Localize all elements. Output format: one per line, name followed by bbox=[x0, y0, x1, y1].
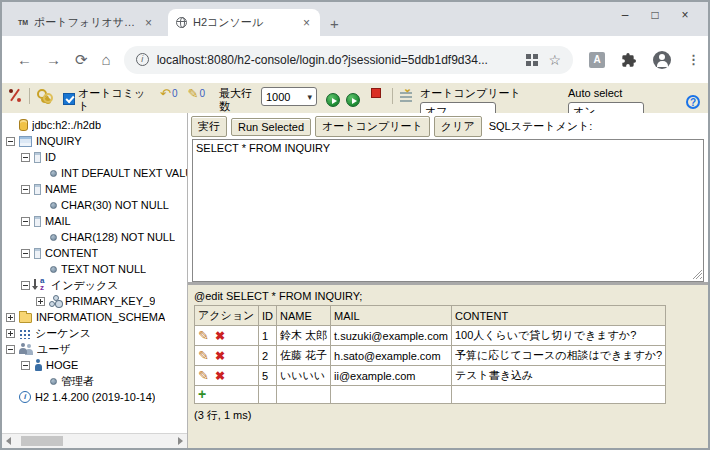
scroll-right-icon[interactable] bbox=[178, 437, 183, 445]
delete-row-icon[interactable]: ✖ bbox=[215, 370, 225, 382]
edit-row-icon[interactable]: ✎ bbox=[198, 349, 209, 362]
tree-item[interactable]: CHAR(128) NOT NULL bbox=[6, 229, 187, 245]
new-tab-button[interactable]: + bbox=[330, 15, 339, 36]
tree-item-label: PRIMARY_KEY_9 bbox=[65, 295, 155, 307]
commit-icon[interactable]: ↶ bbox=[160, 87, 171, 100]
delete-row-icon[interactable]: ✖ bbox=[215, 350, 225, 362]
rollback-icon[interactable]: ✎ bbox=[187, 87, 198, 100]
tab-title: ポートフォリオサイト bbox=[34, 15, 137, 30]
autocomplete-button[interactable]: オートコンプリート bbox=[315, 116, 430, 137]
edit-row-icon[interactable]: ✎ bbox=[198, 329, 209, 342]
tree-expander-toggle[interactable] bbox=[6, 345, 15, 354]
tree-item[interactable]: NAME bbox=[6, 181, 187, 197]
tree-expander-toggle[interactable] bbox=[21, 185, 30, 194]
run-button[interactable]: 実行 bbox=[191, 116, 227, 137]
type-dot-icon bbox=[50, 202, 57, 209]
cell-mail: t.suzuki@example.com bbox=[331, 326, 452, 346]
tree-item[interactable]: 管理者 bbox=[6, 373, 187, 389]
connection-keys-icon[interactable] bbox=[37, 89, 53, 102]
sql-statement-input[interactable]: SELECT * FROM INQUIRY bbox=[192, 139, 704, 282]
tree-item[interactable]: jdbc:h2:./h2db bbox=[6, 117, 187, 133]
folder-icon bbox=[19, 313, 32, 323]
bookmark-star-icon[interactable]: ☆ bbox=[548, 52, 561, 68]
tree-item[interactable]: MAIL bbox=[6, 213, 187, 229]
tree-item-label: TEXT NOT NULL bbox=[61, 263, 146, 275]
autocomplete-select[interactable]: オフ bbox=[420, 102, 496, 113]
tree-item[interactable]: CONTENT bbox=[6, 245, 187, 261]
globe-favicon-icon bbox=[176, 17, 187, 28]
tree-item[interactable]: シーケンス bbox=[6, 325, 187, 341]
tab-portfolio-site[interactable]: TM ポートフォリオサイト × bbox=[10, 9, 162, 36]
tree-item[interactable]: CHAR(30) NOT NULL bbox=[6, 197, 187, 213]
column-icon bbox=[34, 184, 41, 195]
cell-mail: ii@example.com bbox=[331, 366, 452, 386]
resize-handle-icon[interactable] bbox=[693, 270, 702, 279]
database-icon bbox=[19, 119, 28, 131]
tree-expander-toggle[interactable] bbox=[36, 297, 45, 306]
tab-grid-icon[interactable] bbox=[526, 54, 538, 66]
help-icon[interactable]: ? bbox=[686, 95, 700, 109]
commit-count: 0 bbox=[172, 87, 178, 101]
autoselect-select[interactable]: オン bbox=[568, 102, 644, 113]
tree-item-label: INQUIRY bbox=[36, 135, 82, 147]
tree-expander-toggle[interactable] bbox=[21, 281, 30, 290]
scroll-thumb[interactable] bbox=[21, 436, 63, 446]
tree-item[interactable]: PRIMARY_KEY_9 bbox=[6, 293, 187, 309]
autoselect-setting: Auto select オン bbox=[568, 87, 644, 113]
tree-expander-toggle[interactable] bbox=[6, 329, 15, 338]
rollback-count: 0 bbox=[199, 87, 205, 101]
tree-expander-toggle[interactable] bbox=[6, 313, 15, 322]
tree-item[interactable]: インデックス bbox=[6, 277, 187, 293]
tree-item[interactable]: H2 1.4.200 (2019-10-14) bbox=[6, 389, 187, 405]
run-selected-button[interactable]: Run Selected bbox=[231, 118, 311, 136]
tree-item-label: CONTENT bbox=[45, 247, 98, 259]
clear-button[interactable]: クリア bbox=[434, 116, 482, 137]
cancel-statement-icon[interactable] bbox=[371, 88, 381, 98]
close-button[interactable]: × bbox=[670, 5, 700, 25]
tree-item[interactable]: INFORMATION_SCHEMA bbox=[6, 309, 187, 325]
forward-icon[interactable]: → bbox=[46, 51, 61, 69]
url-field[interactable]: i localhost:8080/h2-console/login.do?jse… bbox=[124, 46, 573, 74]
pdf-extension-icon[interactable]: A bbox=[589, 52, 605, 68]
tree-item[interactable]: INQUIRY bbox=[6, 133, 187, 149]
tree-expander-toggle[interactable] bbox=[21, 217, 30, 226]
tab-close-icon[interactable]: × bbox=[143, 17, 154, 29]
tree-item[interactable]: TEXT NOT NULL bbox=[6, 261, 187, 277]
page-info-icon[interactable]: i bbox=[136, 53, 149, 66]
profile-avatar-icon[interactable] bbox=[653, 51, 671, 69]
tree-item-label: NAME bbox=[45, 183, 77, 195]
back-icon[interactable]: ← bbox=[17, 51, 32, 69]
run-selected-icon[interactable] bbox=[346, 93, 360, 107]
tree-item-label: MAIL bbox=[45, 215, 71, 227]
max-rows-select[interactable]: 1000 bbox=[261, 87, 317, 106]
maximize-button[interactable]: □ bbox=[640, 5, 670, 25]
disconnect-icon[interactable] bbox=[8, 88, 22, 102]
browser-menu-icon[interactable]: ⋮ bbox=[687, 52, 700, 67]
home-icon[interactable]: ⌂ bbox=[102, 51, 111, 69]
add-row-icon[interactable]: + bbox=[198, 386, 206, 402]
tab-h2-console[interactable]: H2コンソール × bbox=[168, 9, 320, 36]
tree-item[interactable]: ID bbox=[6, 149, 187, 165]
type-dot-icon bbox=[50, 170, 57, 177]
tree-item[interactable]: HOGE bbox=[6, 357, 187, 373]
extensions-puzzle-icon[interactable] bbox=[621, 52, 637, 68]
autocommit-checkbox[interactable] bbox=[63, 93, 75, 105]
scroll-left-icon[interactable] bbox=[6, 437, 11, 445]
tree-expander-toggle[interactable] bbox=[21, 361, 30, 370]
column-icon bbox=[34, 152, 41, 163]
delete-row-icon[interactable]: ✖ bbox=[215, 330, 225, 342]
tab-close-icon[interactable]: × bbox=[301, 17, 312, 29]
empty-cell bbox=[259, 386, 277, 404]
tree-expander-toggle[interactable] bbox=[21, 153, 30, 162]
tree-expander-toggle[interactable] bbox=[21, 249, 30, 258]
tree-item[interactable]: INT DEFAULT NEXT VALU bbox=[6, 165, 187, 181]
edit-row-icon[interactable]: ✎ bbox=[198, 369, 209, 382]
reload-icon[interactable]: ⟳ bbox=[75, 51, 88, 69]
run-icon[interactable] bbox=[326, 93, 340, 107]
sidebar-hscrollbar[interactable] bbox=[2, 433, 187, 448]
tree-expander-toggle[interactable] bbox=[6, 137, 15, 146]
h2-toolbar: オートコミット ↶0 ✎0 最大行数 1000 オートコンプリート オフ Aut… bbox=[2, 83, 708, 113]
column-header: NAME bbox=[277, 306, 331, 326]
tree-item[interactable]: ユーザ bbox=[6, 341, 187, 357]
minimize-button[interactable]: – bbox=[610, 5, 640, 25]
